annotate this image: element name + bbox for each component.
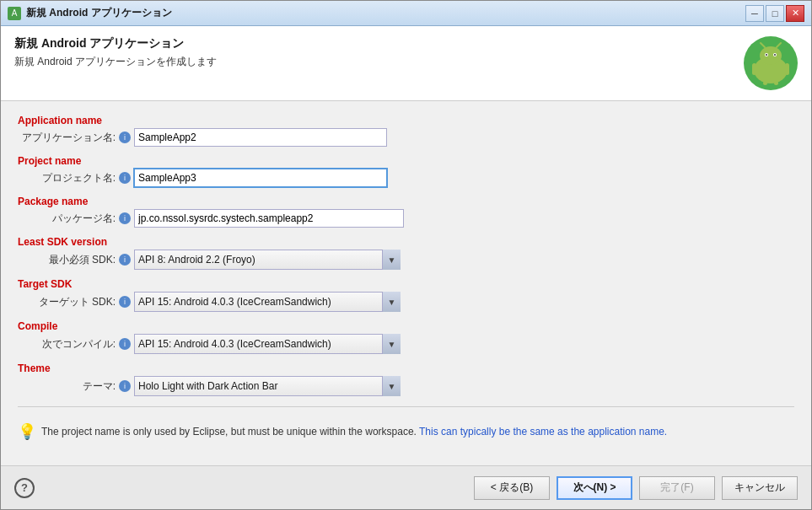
header-text: 新規 Android アプリケーション 新規 Android アプリケーションを… [14,36,217,69]
compile-label: 次でコンパイル: [18,337,119,352]
project-name-section-label: Project name [18,155,794,167]
theme-select[interactable]: Holo Light with Dark Action Bar Holo Lig… [134,376,401,396]
dialog-content: 新規 Android アプリケーション 新規 Android アプリケーションを… [1,26,811,509]
app-name-input[interactable] [134,128,387,147]
target-sdk-select-wrapper: API 8: Android 2.2 (Froyo) API 10: Andro… [134,292,401,312]
title-bar: A 新規 Android アプリケーション ─ □ ✕ [1,1,811,26]
compile-select[interactable]: API 8: Android 2.2 (Froyo) API 10: Andro… [134,334,401,354]
android-logo [744,36,798,90]
least-sdk-label: 最小必須 SDK: [18,253,119,267]
app-name-row: アプリケーション名: i [18,128,794,147]
target-sdk-group: Target SDK ターゲット SDK: i API 8: Android 2… [18,278,794,312]
theme-row: テーマ: i Holo Light with Dark Action Bar H… [18,376,794,396]
window: A 新規 Android アプリケーション ─ □ ✕ 新規 Android ア… [0,0,812,510]
window-title: 新規 Android アプリケーション [26,6,745,20]
info-text-part1: The project name is only used by Eclipse… [41,426,417,438]
app-name-info-icon[interactable]: i [119,132,131,143]
package-name-label: パッケージ名: [18,212,119,226]
cancel-button[interactable]: キャンセル [722,476,798,500]
target-sdk-info-icon[interactable]: i [119,296,131,308]
theme-info-icon[interactable]: i [119,380,131,392]
window-controls: ─ □ ✕ [745,5,804,22]
app-name-section-label: Application name [18,115,794,126]
minimize-button[interactable]: ─ [745,5,764,22]
least-sdk-info-icon[interactable]: i [119,254,131,266]
package-name-group: Package name パッケージ名: i [18,196,794,228]
dialog-subtitle: 新規 Android アプリケーションを作成します [14,55,217,69]
svg-rect-8 [752,63,756,75]
least-sdk-group: Least SDK version 最小必須 SDK: i API 8: And… [18,236,794,270]
svg-line-6 [761,43,765,47]
close-button[interactable]: ✕ [786,5,804,22]
theme-label: テーマ: [18,379,119,394]
app-name-group: Application name アプリケーション名: i [18,115,794,147]
svg-rect-10 [763,81,767,85]
info-text: The project name is only used by Eclipse… [41,424,667,439]
form-area: Application name アプリケーション名: i Project na… [1,101,811,465]
next-button[interactable]: 次へ(N) > [557,476,632,500]
target-sdk-label: ターゲット SDK: [18,295,119,309]
svg-point-4 [766,54,767,56]
project-name-group: Project name プロジェクト名: i [18,155,794,187]
finish-button[interactable]: 完了(F) [639,476,715,500]
maximize-button[interactable]: □ [766,5,784,22]
package-name-section-label: Package name [18,196,794,207]
dialog-header: 新規 Android アプリケーション 新規 Android アプリケーションを… [1,26,811,101]
svg-line-7 [777,43,781,47]
project-name-label: プロジェクト名: [18,171,119,185]
compile-info-icon[interactable]: i [119,338,131,350]
least-sdk-select-wrapper: API 8: Android 2.2 (Froyo) API 10: Andro… [134,250,401,270]
bulb-icon: 💡 [18,424,35,441]
compile-section-label: Compile [18,320,794,332]
help-button[interactable]: ? [14,478,35,498]
info-text-link: This can typically be the same as the ap… [419,426,667,438]
button-bar: ? < 戻る(B) 次へ(N) > 完了(F) キャンセル [1,465,811,509]
target-sdk-section-label: Target SDK [18,278,794,290]
least-sdk-select[interactable]: API 8: Android 2.2 (Froyo) API 10: Andro… [134,250,401,270]
compile-group: Compile 次でコンパイル: i API 8: Android 2.2 (F… [18,320,794,354]
svg-rect-9 [785,63,789,75]
window-icon: A [8,7,21,20]
form-divider [18,406,794,407]
package-name-row: パッケージ名: i [18,209,794,228]
svg-point-5 [774,54,776,56]
project-name-info-icon[interactable]: i [119,172,131,184]
package-name-input[interactable] [134,209,404,228]
app-name-label: アプリケーション名: [18,131,119,145]
theme-select-wrapper: Holo Light with Dark Action Bar Holo Lig… [134,376,401,396]
package-name-info-icon[interactable]: i [119,212,131,224]
svg-rect-11 [774,81,778,85]
project-name-input[interactable] [134,169,387,187]
svg-point-1 [760,46,782,65]
theme-section-label: Theme [18,362,794,374]
least-sdk-section-label: Least SDK version [18,236,794,248]
theme-group: Theme テーマ: i Holo Light with Dark Action… [18,362,794,396]
compile-row: 次でコンパイル: i API 8: Android 2.2 (Froyo) AP… [18,334,794,354]
info-message: 💡 The project name is only used by Eclip… [18,417,794,448]
least-sdk-row: 最小必須 SDK: i API 8: Android 2.2 (Froyo) A… [18,250,794,270]
target-sdk-select[interactable]: API 8: Android 2.2 (Froyo) API 10: Andro… [134,292,401,312]
compile-select-wrapper: API 8: Android 2.2 (Froyo) API 10: Andro… [134,334,401,354]
back-button[interactable]: < 戻る(B) [474,476,550,500]
target-sdk-row: ターゲット SDK: i API 8: Android 2.2 (Froyo) … [18,292,794,312]
project-name-row: プロジェクト名: i [18,169,794,187]
dialog-title: 新規 Android アプリケーション [14,36,217,51]
